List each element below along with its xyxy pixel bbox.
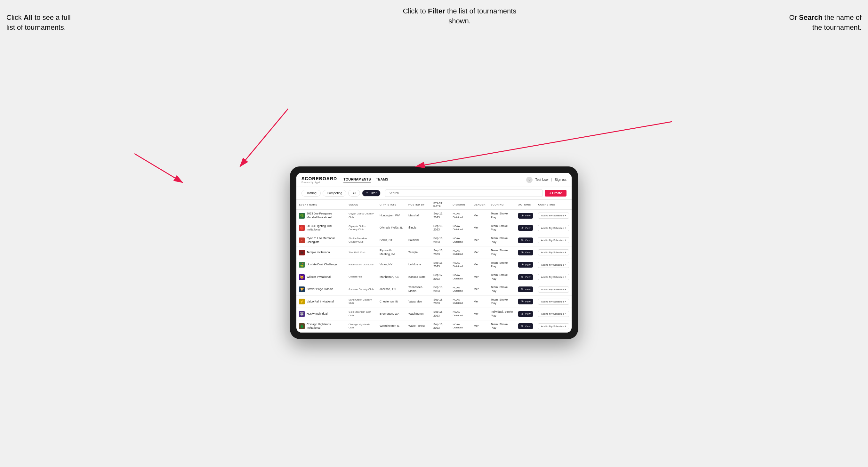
cell-date-5: Sep 17, 2023 <box>431 271 450 283</box>
cell-division-0: NCAA Division I <box>450 210 471 222</box>
cell-competing-8: Add to My Schedule + <box>535 308 571 320</box>
cell-event-name-4: ⛳ Upstate Dual Challenge <box>297 259 346 271</box>
cell-date-6: Sep 18, 2023 <box>431 283 450 295</box>
cell-venue-1: Olympia Fields Country Club <box>346 222 377 234</box>
search-input[interactable] <box>385 189 543 197</box>
logo-area: SCOREBOARD Powered by clippd <box>302 176 337 183</box>
cell-venue-3: The 1912 Club <box>346 246 377 259</box>
add-schedule-button-1[interactable]: Add to My Schedule + <box>538 225 569 231</box>
cell-competing-7: Add to My Schedule + <box>535 295 571 308</box>
view-button-8[interactable]: 👁 View <box>518 311 533 317</box>
cell-gender-5: Men <box>471 271 488 283</box>
cell-division-8: NCAA Division I <box>450 308 471 320</box>
nav-links: TOURNAMENTS TEAMS <box>343 177 526 182</box>
cell-gender-7: Men <box>471 295 488 308</box>
view-button-1[interactable]: 👁 View <box>518 225 533 231</box>
cell-competing-6: Add to My Schedule + <box>535 283 571 295</box>
cell-venue-6: Jackson Country Club <box>346 283 377 295</box>
team-logo-8: 🐺 <box>299 311 305 317</box>
eye-icon-1: 👁 <box>521 226 524 229</box>
logo-text: SCOREBOARD <box>302 176 337 181</box>
svg-line-1 <box>240 109 288 166</box>
col-city-state: CITY, STATE <box>377 200 406 210</box>
add-schedule-button-3[interactable]: Add to My Schedule + <box>538 249 569 255</box>
cell-actions-5: 👁 View <box>516 271 535 283</box>
col-scoring: SCORING <box>488 200 516 210</box>
cell-gender-3: Men <box>471 246 488 259</box>
table-row: ⛳ Upstate Dual Challenge Ravenwood Golf … <box>297 259 571 271</box>
cell-date-3: Sep 16, 2023 <box>431 246 450 259</box>
add-schedule-button-5[interactable]: Add to My Schedule + <box>538 274 569 280</box>
user-avatar: U <box>526 177 533 183</box>
table-row: 🐱 Wildcat Invitational Colbert Hills Man… <box>297 271 571 283</box>
cell-date-9: Sep 18, 2023 <box>431 320 450 332</box>
cell-actions-4: 👁 View <box>516 259 535 271</box>
cell-scoring-7: Team, Stroke Play <box>488 295 516 308</box>
view-button-6[interactable]: 👁 View <box>518 286 533 292</box>
cell-hosted-6: Tennessee-Martin <box>406 283 431 295</box>
cell-city-9: Westchester, IL <box>377 320 406 332</box>
table-row: 🐺 Husky Individual Gold Mountain Golf Cl… <box>297 308 571 320</box>
signout-link[interactable]: Sign out <box>555 178 566 182</box>
cell-gender-2: Men <box>471 234 488 246</box>
view-button-3[interactable]: 👁 View <box>518 250 533 255</box>
cell-date-2: Sep 16, 2023 <box>431 234 450 246</box>
view-button-7[interactable]: 👁 View <box>518 299 533 304</box>
nav-teams[interactable]: TEAMS <box>376 177 388 182</box>
view-button-2[interactable]: 👁 View <box>518 238 533 243</box>
cell-hosted-3: Temple <box>406 246 431 259</box>
nav-tournaments[interactable]: TOURNAMENTS <box>343 177 371 182</box>
cell-scoring-4: Team, Stroke Play <box>488 259 516 271</box>
filter-button[interactable]: ≡ Filter <box>362 190 380 196</box>
cell-scoring-3: Team, Stroke Play <box>488 246 516 259</box>
cell-venue-8: Gold Mountain Golf Club <box>346 308 377 320</box>
tab-competing[interactable]: Competing <box>322 190 346 196</box>
cell-event-name-2: 🔺 Ryan T. Lee Memorial Collegiate <box>297 234 346 246</box>
eye-icon-4: 👁 <box>521 263 524 266</box>
table-row: 🏆 Grover Page Classic Jackson Country Cl… <box>297 283 571 295</box>
cell-scoring-0: Team, Stroke Play <box>488 210 516 222</box>
tab-all[interactable]: All <box>348 190 360 196</box>
view-button-0[interactable]: 👁 View <box>518 213 533 219</box>
cell-hosted-4: Le Moyne <box>406 259 431 271</box>
add-schedule-button-4[interactable]: Add to My Schedule + <box>538 262 569 268</box>
cell-gender-4: Men <box>471 259 488 271</box>
tablet-frame: SCOREBOARD Powered by clippd TOURNAMENTS… <box>290 166 578 339</box>
eye-icon-9: 👁 <box>521 324 524 328</box>
view-button-4[interactable]: 👁 View <box>518 262 533 268</box>
cell-venue-9: Chicago Highlands Club <box>346 320 377 332</box>
col-competing: COMPETING <box>535 200 571 210</box>
create-button[interactable]: + Create <box>545 190 566 196</box>
add-schedule-button-7[interactable]: Add to My Schedule + <box>538 299 569 305</box>
cell-date-0: Sep 11, 2023 <box>431 210 450 222</box>
add-schedule-button-9[interactable]: Add to My Schedule + <box>538 323 569 330</box>
eye-icon-3: 👁 <box>521 251 524 254</box>
add-schedule-button-0[interactable]: Add to My Schedule + <box>538 213 569 219</box>
filter-icon: ≡ <box>366 191 368 195</box>
annotation-left: Click All to see a full list of tourname… <box>6 13 77 33</box>
cell-city-2: Berlin, CT <box>377 234 406 246</box>
cell-hosted-7: Valparaiso <box>406 295 431 308</box>
view-button-9[interactable]: 👁 View <box>518 323 533 329</box>
cell-event-name-9: 🌲 Chicago Highlands Invitational <box>297 320 346 332</box>
cell-hosted-1: Illinois <box>406 222 431 234</box>
cell-division-6: NCAA Division I <box>450 283 471 295</box>
header-right: U Test User | Sign out <box>526 177 566 183</box>
add-schedule-button-6[interactable]: Add to My Schedule + <box>538 286 569 292</box>
add-schedule-button-8[interactable]: Add to My Schedule + <box>538 311 569 317</box>
cell-hosted-2: Fairfield <box>406 234 431 246</box>
tab-hosting[interactable]: Hosting <box>302 190 321 196</box>
cell-scoring-1: Team, Stroke Play <box>488 222 516 234</box>
cell-gender-1: Men <box>471 222 488 234</box>
cell-venue-0: Guyan Golf & Country Club <box>346 210 377 222</box>
team-logo-6: 🏆 <box>299 286 305 292</box>
cell-city-3: Plymouth Meeting, PA <box>377 246 406 259</box>
cell-division-3: NCAA Division I <box>450 246 471 259</box>
cell-city-1: Olympia Fields, IL <box>377 222 406 234</box>
eye-icon-8: 👁 <box>521 312 524 316</box>
cell-competing-3: Add to My Schedule + <box>535 246 571 259</box>
cell-scoring-2: Team, Stroke Play <box>488 234 516 246</box>
view-button-5[interactable]: 👁 View <box>518 274 533 280</box>
add-schedule-button-2[interactable]: Add to My Schedule + <box>538 237 569 243</box>
event-name-3: Temple Invitational <box>307 251 331 254</box>
